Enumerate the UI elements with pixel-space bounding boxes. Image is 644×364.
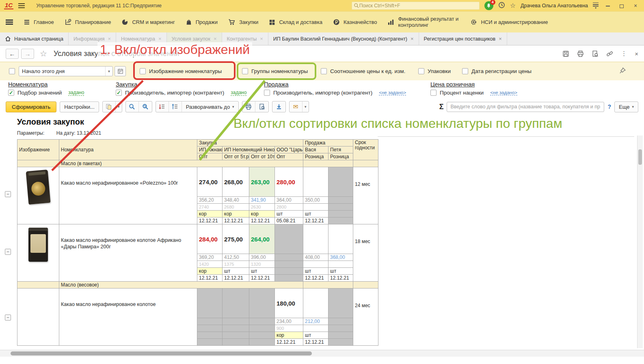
close-icon[interactable]: × — [158, 36, 162, 42]
favorite-star-icon[interactable]: ☆ — [40, 49, 47, 58]
checkbox[interactable] — [430, 90, 437, 96]
group-row[interactable]: Масло (в пакетах) — [17, 160, 378, 167]
checkbox[interactable] — [242, 68, 248, 74]
find-icon[interactable] — [126, 101, 139, 112]
close-icon[interactable]: × — [260, 36, 263, 42]
group-collapse-button[interactable]: − — [5, 314, 11, 321]
filter-status-link[interactable]: <не задано> — [490, 90, 517, 95]
checkbox[interactable] — [321, 68, 327, 74]
user-name[interactable]: Драчева Ольга Анатольевна — [521, 3, 588, 9]
filter-status-link[interactable]: задано — [68, 90, 84, 96]
expand-groups-icon[interactable] — [169, 101, 182, 112]
notifications-bell-icon[interactable]: 4 — [484, 1, 493, 10]
filter-status-link[interactable]: <не задано> — [379, 90, 406, 95]
tab-counterparty-baulin[interactable]: ИП Баулин Василий Геннадьвич (Вкусноед) … — [268, 32, 419, 45]
chevron-down-icon[interactable]: ▾ — [303, 101, 309, 112]
more-button[interactable]: Еще▾ — [614, 101, 638, 112]
close-icon[interactable]: × — [108, 36, 111, 42]
calendar-button[interactable] — [115, 66, 126, 76]
print-preview-icon[interactable] — [255, 101, 268, 112]
sum-sigma-icon[interactable]: Σ — [439, 103, 444, 111]
tab-home[interactable]: Начальная страница — [0, 32, 69, 45]
search-input[interactable] — [359, 3, 478, 9]
product-row[interactable]: Какао масло нерафинированное «Polezzno» … — [17, 167, 378, 197]
history-icon[interactable] — [498, 2, 505, 10]
checkbox[interactable] — [462, 68, 468, 74]
filter-group-title[interactable]: Закупка — [116, 81, 246, 88]
menu-item-finance[interactable]: Финансовый результат и контроллинг — [387, 16, 460, 28]
filter-status-link[interactable]: задано — [231, 90, 246, 96]
favorites-star-icon[interactable]: ☆ — [510, 2, 516, 9]
download-icon[interactable] — [272, 101, 285, 112]
menu-item-planning[interactable]: Планирование — [65, 19, 111, 26]
quick-filter-input[interactable] — [447, 102, 604, 112]
sections-menu-icon[interactable] — [6, 19, 13, 26]
chevron-down-icon[interactable]: ▾ — [105, 67, 112, 76]
find-next-icon[interactable] — [139, 101, 152, 112]
maximize-button[interactable] — [617, 2, 626, 9]
checkbox[interactable] — [264, 90, 270, 96]
horizontal-scrollbar[interactable] — [0, 350, 644, 357]
menu-item-crm[interactable]: CRM и маркетинг — [121, 19, 175, 26]
group-collapse-button[interactable]: − — [5, 191, 11, 197]
chevron-down-icon[interactable]: ▾ — [116, 101, 122, 112]
option-price-per-unit[interactable]: Соотношение цены к ед. изм. — [321, 68, 405, 74]
vertical-scrollbar-thumb[interactable] — [638, 149, 642, 165]
forward-button[interactable]: → — [21, 49, 34, 59]
pin-icon[interactable] — [619, 67, 626, 75]
calendar-icon — [117, 68, 123, 74]
checkbox-checked[interactable]: ✓ — [116, 90, 122, 96]
link-icon[interactable] — [606, 50, 613, 57]
checkbox-checked[interactable]: ✓ — [8, 90, 14, 96]
menu-label: Продажи — [196, 19, 218, 25]
group-collapse-button[interactable]: − — [5, 249, 11, 255]
menu-item-sales[interactable]: Продажи — [186, 19, 218, 26]
close-icon[interactable]: × — [411, 36, 414, 42]
print-icon[interactable] — [242, 101, 255, 112]
filter-group-title[interactable]: Цена розничная — [430, 81, 517, 88]
product-row[interactable]: Какао масло нерафинированое колотое180,0… — [17, 289, 378, 318]
titlebar-settings-icon[interactable]: ▾ — [593, 2, 599, 9]
close-icon[interactable]: × — [499, 36, 502, 42]
main-menu-icon[interactable] — [18, 3, 25, 8]
filter-group-title[interactable]: Номенклатура — [8, 81, 84, 88]
option-nomenclature-image[interactable]: Изображение номенклатуры — [140, 68, 222, 74]
menu-item-purchases[interactable]: Закупки — [228, 19, 258, 26]
close-page-icon[interactable]: × — [635, 50, 638, 57]
option-nomenclature-groups[interactable]: Группы номенклатуры — [242, 68, 308, 74]
menu-item-main[interactable]: Главное — [24, 19, 54, 26]
horizontal-scrollbar-thumb[interactable] — [11, 351, 312, 355]
vertical-scrollbar[interactable] — [637, 136, 643, 348]
menu-item-treasury[interactable]: Казначейство — [333, 19, 377, 26]
product-row[interactable]: Какао масло нерафинированое колотое Афри… — [17, 224, 378, 254]
option-packages[interactable]: Упаковки — [418, 68, 451, 74]
report-variants-icon[interactable] — [103, 101, 116, 112]
envelope-icon[interactable]: ✉ — [290, 101, 303, 112]
close-window-button[interactable]: × — [631, 2, 640, 9]
global-search[interactable] — [352, 2, 480, 10]
menu-item-warehouse[interactable]: Склад и доставка — [269, 19, 322, 26]
menu-item-admin[interactable]: НСИ и администрирование — [470, 19, 548, 26]
group-row[interactable]: Масло (весовое) — [17, 282, 378, 289]
expand-to-button[interactable]: Разворачивать до▾ — [182, 101, 238, 112]
close-icon[interactable]: × — [214, 36, 217, 42]
price-cell — [328, 224, 353, 254]
help-button[interactable]: ? — [607, 103, 611, 110]
settings-button[interactable]: Настройки... — [60, 101, 99, 112]
period-select[interactable]: Начало этого дня ▾ — [19, 66, 113, 76]
checkbox[interactable] — [140, 68, 146, 74]
print-icon[interactable] — [577, 50, 584, 57]
generate-button[interactable]: Сформировать — [6, 101, 56, 112]
filter-group-title[interactable]: Продажа — [264, 81, 406, 88]
period-enable-checkbox[interactable] — [9, 68, 15, 74]
back-button[interactable]: ← — [6, 49, 19, 59]
collapse-groups-icon[interactable] — [156, 101, 169, 112]
tab-supplier-price-registration[interactable]: Регистрация цен поставщиков× — [419, 32, 507, 45]
minimize-button[interactable] — [603, 2, 612, 9]
print-preview-icon[interactable] — [592, 50, 599, 57]
option-price-registration-date[interactable]: Дата регистрации цены — [462, 68, 532, 74]
filter-group-sale: Продажа Производитель, импортер (контраг… — [264, 81, 406, 96]
checkbox[interactable] — [418, 68, 424, 74]
more-actions-icon[interactable]: ⋮ — [621, 50, 627, 57]
save-icon[interactable] — [562, 50, 569, 57]
